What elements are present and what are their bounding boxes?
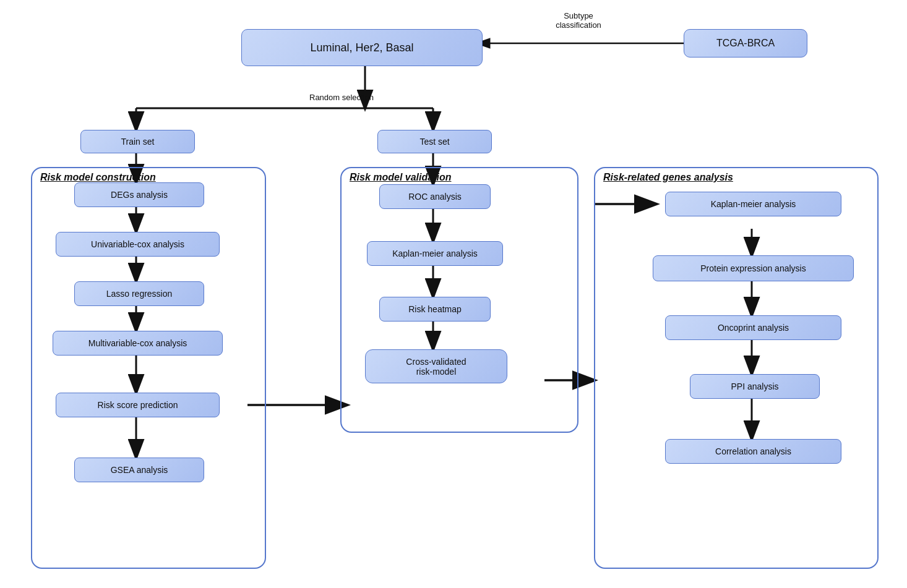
kaplan2-label: Kaplan-meier analysis [392,249,478,258]
section1-box [31,167,266,569]
luminal-label: Luminal, Her2, Basal [310,41,413,54]
test-set-box: Test set [377,130,492,153]
protein-box: Protein expression analysis [653,255,854,281]
section3-box [594,167,879,569]
multivariable-box: Multivariable-cox analysis [53,331,223,356]
section1-title-text: Risk model construction [40,172,156,182]
section1-title: Risk model construction [40,172,156,183]
random-selection-label: Random selection [309,93,374,102]
luminal-box: Luminal, Her2, Basal [241,29,483,66]
roc-box: ROC analysis [379,184,491,209]
oncoprint-box: Oncoprint analysis [665,315,841,340]
correlation-box: Correlation analysis [665,439,841,464]
lasso-label: Lasso regression [106,289,173,299]
risk-heatmap-box: Risk heatmap [379,297,491,322]
risk-heatmap-label: Risk heatmap [408,304,462,314]
tcga-box: TCGA-BRCA [684,29,807,58]
protein-label: Protein expression analysis [700,263,806,273]
degs-box: DEGs analysis [74,182,204,207]
roc-label: ROC analysis [408,192,462,202]
cross-validated-box: Cross-validatedrisk-model [365,349,507,383]
section2-title: Risk model validation [350,172,451,183]
kaplan3-label: Kaplan-meier analysis [711,199,796,209]
lasso-box: Lasso regression [74,281,204,306]
train-set-label: Train set [121,137,155,147]
ppi-box: PPI analysis [690,374,820,399]
section3-title-text: Risk-related genes analysis [603,172,733,182]
subtype-classification-label: Subtypeclassification [538,11,619,30]
tcga-label: TCGA-BRCA [716,38,775,49]
diagram-container: TCGA-BRCA Subtypeclassification Luminal,… [0,0,907,588]
univariable-box: Univariable-cox analysis [56,232,220,257]
risk-score-label: Risk score prediction [98,400,178,410]
section2-title-text: Risk model validation [350,172,451,182]
gsea-box: GSEA analysis [74,458,204,482]
subtype-text: Subtypeclassification [556,11,601,30]
random-text: Random selection [309,93,374,102]
univariable-label: Univariable-cox analysis [91,239,184,249]
section3-title: Risk-related genes analysis [603,172,733,183]
kaplan3-box: Kaplan-meier analysis [665,192,841,216]
gsea-label: GSEA analysis [111,465,168,475]
degs-label: DEGs analysis [111,190,168,200]
correlation-label: Correlation analysis [715,446,791,456]
cross-validated-label: Cross-validatedrisk-model [406,357,466,377]
test-set-label: Test set [419,137,449,147]
kaplan2-box: Kaplan-meier analysis [367,241,503,266]
multivariable-label: Multivariable-cox analysis [88,338,187,348]
ppi-label: PPI analysis [731,381,778,391]
oncoprint-label: Oncoprint analysis [718,323,789,333]
risk-score-box: Risk score prediction [56,393,220,417]
train-set-box: Train set [80,130,195,153]
